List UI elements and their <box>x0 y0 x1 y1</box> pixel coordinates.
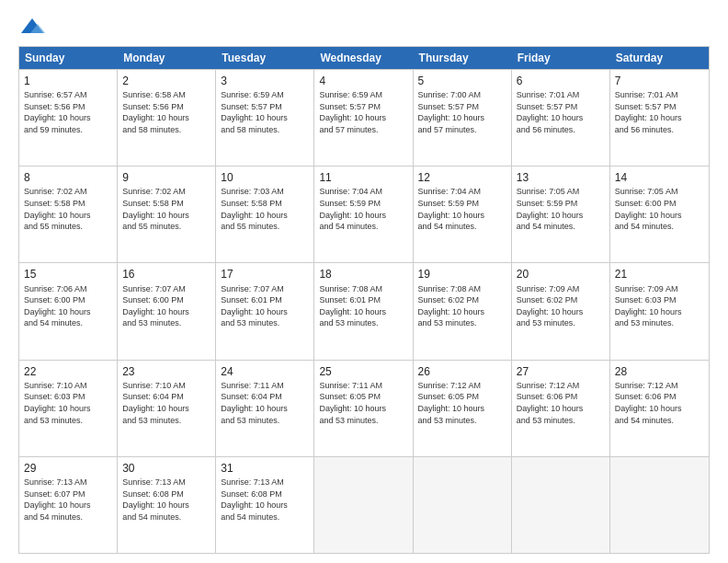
calendar-cell: 31Sunrise: 7:13 AMSunset: 6:08 PMDayligh… <box>216 457 314 553</box>
calendar-cell: 8Sunrise: 7:02 AMSunset: 5:58 PMDaylight… <box>19 167 118 262</box>
calendar-cell: 12Sunrise: 7:04 AMSunset: 5:59 PMDayligh… <box>414 167 512 262</box>
calendar-cell: 27Sunrise: 7:12 AMSunset: 6:06 PMDayligh… <box>512 361 610 456</box>
calendar-cell: 1Sunrise: 6:57 AMSunset: 5:56 PMDaylight… <box>19 70 118 166</box>
calendar-week-2: 8Sunrise: 7:02 AMSunset: 5:58 PMDaylight… <box>19 166 709 262</box>
day-number: 29 <box>24 461 112 476</box>
calendar-week-3: 15Sunrise: 7:06 AMSunset: 6:00 PMDayligh… <box>19 262 709 359</box>
calendar-cell: 24Sunrise: 7:11 AMSunset: 6:04 PMDayligh… <box>216 361 314 456</box>
day-number: 30 <box>122 461 210 476</box>
calendar-cell <box>512 457 610 553</box>
cell-text: Sunrise: 6:59 AMSunset: 5:57 PMDaylight:… <box>319 89 407 135</box>
cell-text: Sunrise: 6:58 AMSunset: 5:56 PMDaylight:… <box>122 89 210 135</box>
cell-text: Sunrise: 7:05 AMSunset: 5:59 PMDaylight:… <box>517 186 605 232</box>
day-number: 6 <box>517 74 605 88</box>
day-number: 13 <box>517 170 605 185</box>
calendar-cell: 25Sunrise: 7:11 AMSunset: 6:05 PMDayligh… <box>314 361 413 456</box>
cell-text: Sunrise: 7:13 AMSunset: 6:08 PMDaylight:… <box>221 477 309 523</box>
cell-text: Sunrise: 7:05 AMSunset: 6:00 PMDaylight:… <box>615 186 704 232</box>
cell-text: Sunrise: 7:08 AMSunset: 6:01 PMDaylight:… <box>319 283 407 329</box>
calendar-cell: 7Sunrise: 7:01 AMSunset: 5:57 PMDaylight… <box>610 70 709 166</box>
day-number: 19 <box>418 267 506 282</box>
day-number: 2 <box>122 74 210 88</box>
day-number: 8 <box>24 170 112 185</box>
calendar-cell: 14Sunrise: 7:05 AMSunset: 6:00 PMDayligh… <box>610 167 709 262</box>
calendar-cell: 6Sunrise: 7:01 AMSunset: 5:57 PMDaylight… <box>512 70 610 166</box>
header-day-friday: Friday <box>512 47 610 69</box>
day-number: 9 <box>122 170 210 185</box>
calendar-cell: 15Sunrise: 7:06 AMSunset: 6:00 PMDayligh… <box>19 263 118 359</box>
calendar-cell: 11Sunrise: 7:04 AMSunset: 5:59 PMDayligh… <box>314 167 413 262</box>
calendar-cell: 2Sunrise: 6:58 AMSunset: 5:56 PMDaylight… <box>118 70 216 166</box>
day-number: 1 <box>24 74 112 88</box>
calendar-cell: 28Sunrise: 7:12 AMSunset: 6:06 PMDayligh… <box>610 361 709 456</box>
calendar-cell: 23Sunrise: 7:10 AMSunset: 6:04 PMDayligh… <box>118 361 216 456</box>
calendar-cell: 4Sunrise: 6:59 AMSunset: 5:57 PMDaylight… <box>314 70 413 166</box>
day-number: 28 <box>615 364 704 379</box>
cell-text: Sunrise: 7:13 AMSunset: 6:07 PMDaylight:… <box>24 477 112 523</box>
day-number: 16 <box>122 267 210 282</box>
header-day-tuesday: Tuesday <box>216 47 314 69</box>
calendar: SundayMondayTuesdayWednesdayThursdayFrid… <box>18 46 710 554</box>
cell-text: Sunrise: 7:12 AMSunset: 6:06 PMDaylight:… <box>517 380 605 426</box>
calendar-week-4: 22Sunrise: 7:10 AMSunset: 6:03 PMDayligh… <box>19 360 709 456</box>
header-day-monday: Monday <box>118 47 216 69</box>
calendar-cell: 17Sunrise: 7:07 AMSunset: 6:01 PMDayligh… <box>216 263 314 359</box>
cell-text: Sunrise: 6:59 AMSunset: 5:57 PMDaylight:… <box>221 89 309 135</box>
calendar-cell: 3Sunrise: 6:59 AMSunset: 5:57 PMDaylight… <box>216 70 314 166</box>
calendar-cell <box>414 457 512 553</box>
cell-text: Sunrise: 6:57 AMSunset: 5:56 PMDaylight:… <box>24 89 112 135</box>
calendar-cell: 21Sunrise: 7:09 AMSunset: 6:03 PMDayligh… <box>610 263 709 359</box>
cell-text: Sunrise: 7:03 AMSunset: 5:58 PMDaylight:… <box>221 186 309 232</box>
day-number: 17 <box>221 267 309 282</box>
day-number: 10 <box>221 170 309 185</box>
cell-text: Sunrise: 7:01 AMSunset: 5:57 PMDaylight:… <box>517 89 605 135</box>
cell-text: Sunrise: 7:04 AMSunset: 5:59 PMDaylight:… <box>418 186 506 232</box>
cell-text: Sunrise: 7:12 AMSunset: 6:05 PMDaylight:… <box>418 380 506 426</box>
day-number: 21 <box>615 267 704 282</box>
cell-text: Sunrise: 7:02 AMSunset: 5:58 PMDaylight:… <box>122 186 210 232</box>
calendar-cell <box>610 457 709 553</box>
header-day-wednesday: Wednesday <box>314 47 413 69</box>
header-day-thursday: Thursday <box>414 47 512 69</box>
day-number: 18 <box>319 267 407 282</box>
calendar-body: 1Sunrise: 6:57 AMSunset: 5:56 PMDaylight… <box>19 69 709 553</box>
day-number: 12 <box>418 170 506 185</box>
cell-text: Sunrise: 7:12 AMSunset: 6:06 PMDaylight:… <box>615 380 704 426</box>
calendar-cell: 29Sunrise: 7:13 AMSunset: 6:07 PMDayligh… <box>19 457 118 553</box>
logo-icon <box>19 17 45 37</box>
calendar-cell: 9Sunrise: 7:02 AMSunset: 5:58 PMDaylight… <box>118 167 216 262</box>
day-number: 5 <box>418 74 506 88</box>
cell-text: Sunrise: 7:11 AMSunset: 6:04 PMDaylight:… <box>221 380 309 426</box>
day-number: 4 <box>319 74 407 88</box>
day-number: 3 <box>221 74 309 88</box>
calendar-week-1: 1Sunrise: 6:57 AMSunset: 5:56 PMDaylight… <box>19 69 709 166</box>
calendar-header: SundayMondayTuesdayWednesdayThursdayFrid… <box>19 47 709 69</box>
calendar-cell: 30Sunrise: 7:13 AMSunset: 6:08 PMDayligh… <box>118 457 216 553</box>
day-number: 23 <box>122 364 210 379</box>
calendar-cell: 13Sunrise: 7:05 AMSunset: 5:59 PMDayligh… <box>512 167 610 262</box>
header-day-sunday: Sunday <box>19 47 118 69</box>
header <box>18 17 710 37</box>
cell-text: Sunrise: 7:08 AMSunset: 6:02 PMDaylight:… <box>418 283 506 329</box>
calendar-week-5: 29Sunrise: 7:13 AMSunset: 6:07 PMDayligh… <box>19 456 709 553</box>
calendar-cell: 5Sunrise: 7:00 AMSunset: 5:57 PMDaylight… <box>414 70 512 166</box>
cell-text: Sunrise: 7:11 AMSunset: 6:05 PMDaylight:… <box>319 380 407 426</box>
cell-text: Sunrise: 7:09 AMSunset: 6:03 PMDaylight:… <box>615 283 704 329</box>
cell-text: Sunrise: 7:07 AMSunset: 6:00 PMDaylight:… <box>122 283 210 329</box>
calendar-cell: 26Sunrise: 7:12 AMSunset: 6:05 PMDayligh… <box>414 361 512 456</box>
cell-text: Sunrise: 7:02 AMSunset: 5:58 PMDaylight:… <box>24 186 112 232</box>
cell-text: Sunrise: 7:00 AMSunset: 5:57 PMDaylight:… <box>418 89 506 135</box>
cell-text: Sunrise: 7:01 AMSunset: 5:57 PMDaylight:… <box>615 89 704 135</box>
day-number: 20 <box>517 267 605 282</box>
calendar-cell: 20Sunrise: 7:09 AMSunset: 6:02 PMDayligh… <box>512 263 610 359</box>
calendar-cell: 16Sunrise: 7:07 AMSunset: 6:00 PMDayligh… <box>118 263 216 359</box>
day-number: 11 <box>319 170 407 185</box>
cell-text: Sunrise: 7:09 AMSunset: 6:02 PMDaylight:… <box>517 283 605 329</box>
cell-text: Sunrise: 7:10 AMSunset: 6:04 PMDaylight:… <box>122 380 210 426</box>
day-number: 31 <box>221 461 309 476</box>
calendar-cell: 18Sunrise: 7:08 AMSunset: 6:01 PMDayligh… <box>314 263 413 359</box>
calendar-cell: 22Sunrise: 7:10 AMSunset: 6:03 PMDayligh… <box>19 361 118 456</box>
day-number: 26 <box>418 364 506 379</box>
cell-text: Sunrise: 7:10 AMSunset: 6:03 PMDaylight:… <box>24 380 112 426</box>
calendar-cell: 19Sunrise: 7:08 AMSunset: 6:02 PMDayligh… <box>414 263 512 359</box>
